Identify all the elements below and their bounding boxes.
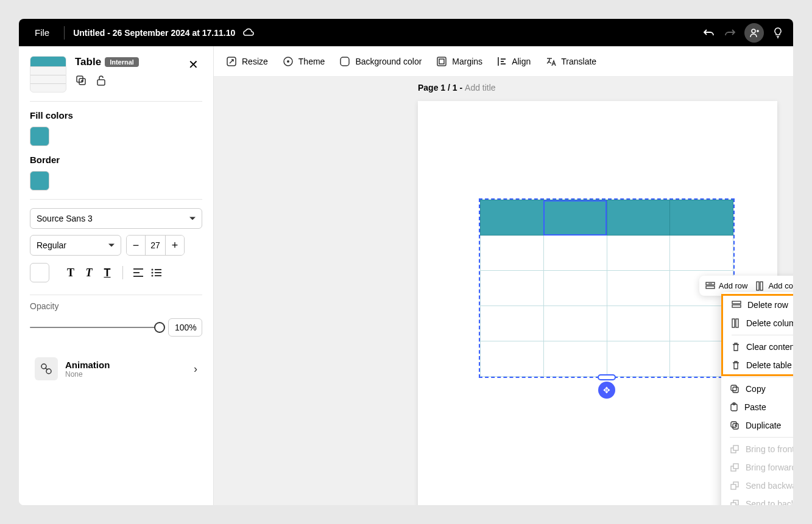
font-size-stepper[interactable]: − + (126, 235, 185, 256)
italic-button[interactable]: T (80, 264, 98, 282)
fill-colors-label: Fill colors (30, 110, 202, 121)
opacity-slider[interactable] (30, 327, 160, 328)
share-user-icon[interactable] (744, 23, 764, 43)
svg-rect-14 (439, 59, 444, 64)
svg-point-4 (152, 269, 154, 271)
undo-icon[interactable] (703, 27, 715, 38)
svg-rect-18 (760, 282, 763, 290)
canvas-page[interactable]: ✥ Add row Add column ••• Delete row Dele… (418, 101, 777, 505)
file-menu[interactable]: File (29, 27, 55, 38)
cloud-icon[interactable] (242, 28, 255, 38)
object-thumbnail (30, 56, 66, 93)
svg-rect-22 (736, 319, 738, 327)
align-button[interactable] (129, 264, 147, 282)
svg-rect-30 (733, 445, 738, 450)
hint-icon[interactable] (772, 27, 783, 39)
underline-button[interactable]: T (98, 264, 116, 282)
font-family-select[interactable]: Source Sans 3 (30, 208, 202, 229)
resize-handle[interactable] (598, 374, 616, 380)
opacity-label: Opacity (30, 301, 202, 311)
font-size-minus[interactable]: − (127, 236, 145, 255)
unlock-icon[interactable] (96, 74, 107, 86)
svg-rect-3 (97, 80, 105, 85)
chevron-right-icon: › (194, 363, 197, 376)
fill-color-swatch[interactable] (30, 127, 49, 146)
background-button[interactable]: Background color (339, 56, 422, 67)
svg-rect-20 (732, 305, 741, 307)
animation-row[interactable]: Animation None › (30, 352, 202, 385)
border-label: Border (30, 155, 202, 165)
divider (64, 26, 65, 40)
menu-delete-table[interactable]: Delete table (723, 356, 793, 374)
font-size-plus[interactable]: + (166, 236, 184, 255)
svg-point-5 (152, 272, 154, 274)
svg-rect-34 (731, 484, 736, 489)
menu-paste[interactable]: Paste⌘V (721, 398, 793, 416)
margins-button[interactable]: Margins (436, 56, 482, 67)
svg-rect-17 (757, 282, 759, 290)
svg-rect-36 (731, 503, 736, 505)
svg-rect-24 (733, 387, 738, 393)
page-info[interactable]: Page 1 / 1 - Add title (418, 83, 496, 93)
animation-title: Animation (65, 360, 110, 370)
svg-rect-16 (706, 286, 715, 288)
menu-delete-row[interactable]: Delete row (723, 296, 793, 314)
translate-button[interactable]: Translate (545, 56, 596, 67)
font-weight-select[interactable]: Regular (30, 235, 121, 256)
add-column-button[interactable]: Add column (756, 281, 793, 291)
align-button-toolbar[interactable]: Align (497, 56, 531, 67)
svg-point-6 (152, 275, 154, 277)
font-size-input[interactable] (145, 236, 166, 255)
context-menu: Delete row Delete column Clear contentBa… (721, 292, 793, 505)
animation-icon (35, 357, 58, 380)
menu-send-back[interactable]: Send to back⌥⌘[ (721, 495, 793, 505)
close-icon[interactable]: ✕ (185, 56, 202, 73)
menu-send-backward[interactable]: Send backward⌘[ (721, 477, 793, 495)
redo-icon[interactable] (724, 27, 736, 38)
resize-button[interactable]: Resize (226, 56, 268, 67)
menu-delete-column[interactable]: Delete column (723, 314, 793, 332)
border-color-swatch[interactable] (30, 171, 49, 190)
text-color-swatch[interactable] (30, 263, 49, 282)
titlebar: File Untitled - 26 September 2024 at 17.… (19, 19, 793, 46)
bold-button[interactable]: T (62, 264, 80, 282)
internal-badge: Internal (105, 57, 139, 67)
properties-sidebar: Table Internal ✕ Fill colors Border (19, 46, 214, 505)
svg-rect-21 (732, 319, 735, 327)
object-type-label: Table (75, 56, 101, 68)
animation-value: None (65, 370, 110, 379)
menu-bring-front[interactable]: Bring to front⌥⌘] (721, 440, 793, 458)
canvas-toolbar: Resize Theme Background color Margins Al… (214, 46, 793, 77)
move-handle[interactable]: ✥ (598, 382, 615, 399)
menu-clear-content[interactable]: Clear contentBackspace (723, 338, 793, 356)
menu-copy[interactable]: Copy⌘C (721, 380, 793, 398)
opacity-value[interactable]: 100% (168, 318, 202, 337)
svg-rect-25 (731, 404, 737, 411)
svg-rect-13 (437, 57, 446, 66)
menu-bring-forward[interactable]: Bring forward⌘] (721, 458, 793, 477)
svg-point-11 (287, 60, 289, 63)
svg-point-0 (752, 29, 755, 33)
menu-duplicate[interactable]: Duplicate⌘D (721, 416, 793, 435)
add-row-button[interactable]: Add row (705, 281, 748, 290)
duplicate-icon[interactable] (75, 74, 87, 86)
theme-button[interactable]: Theme (283, 56, 325, 67)
svg-rect-23 (731, 385, 736, 391)
svg-rect-12 (341, 57, 349, 66)
svg-rect-32 (733, 464, 738, 469)
list-button[interactable] (147, 264, 166, 282)
svg-rect-19 (732, 301, 741, 304)
table-object[interactable]: ✥ Add row Add column ••• Delete row Dele… (479, 198, 735, 378)
document-title[interactable]: Untitled - 26 September 2024 at 17.11.10 (73, 28, 235, 38)
